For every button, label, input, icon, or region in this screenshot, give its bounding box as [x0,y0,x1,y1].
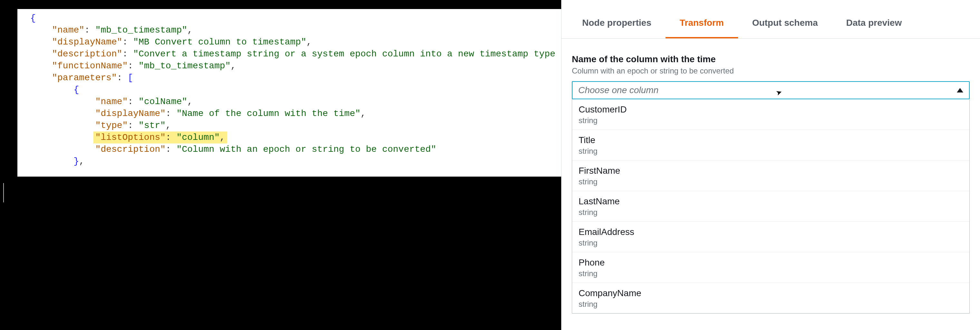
form-area: Name of the column with the time Column … [562,39,980,314]
dropdown-option[interactable]: LastName string [572,191,969,222]
code-editor-pane: { "name": "mb_to_timestamp", "displayNam… [18,9,571,177]
option-name: CustomerID [579,104,963,115]
dropdown-option[interactable]: Phone string [572,252,969,283]
option-name: LastName [579,196,963,207]
config-panel: Node properties Transform Output schema … [561,0,980,330]
dropdown-option[interactable]: EmailAddress string [572,222,969,252]
tab-data-preview[interactable]: Data preview [832,9,916,38]
select-placeholder: Choose one column [578,85,659,96]
option-name: EmailAddress [579,227,963,237]
option-name: CompanyName [579,288,963,298]
caret-indicator [3,183,4,202]
option-type: string [579,177,963,186]
option-type: string [579,300,963,309]
option-name: FirstName [579,166,963,176]
option-type: string [579,116,963,125]
option-name: Title [579,135,963,145]
option-type: string [579,147,963,156]
dropdown-option[interactable]: CustomerID string [572,99,969,130]
option-type: string [579,239,963,247]
field-label: Name of the column with the time [572,54,970,64]
caret-up-icon [957,88,963,92]
mouse-cursor-icon: ➤ [775,88,783,98]
dropdown-option[interactable]: FirstName string [572,161,969,191]
tab-output-schema[interactable]: Output schema [738,9,832,38]
dropdown-option[interactable]: CompanyName string [572,283,969,313]
highlighted-line: "listOptions": "column", [94,131,227,143]
tab-transform[interactable]: Transform [666,9,738,38]
field-hint: Column with an epoch or string to be con… [572,66,970,75]
column-dropdown: CustomerID string Title string FirstName… [572,99,970,314]
option-type: string [579,208,963,217]
option-type: string [579,269,963,278]
dropdown-option[interactable]: Title string [572,130,969,161]
tab-bar: Node properties Transform Output schema … [562,0,980,39]
option-name: Phone [579,257,963,268]
tab-node-properties[interactable]: Node properties [568,9,666,38]
column-select[interactable]: Choose one column ➤ [572,81,970,99]
json-code: { "name": "mb_to_timestamp", "displayNam… [18,9,571,174]
